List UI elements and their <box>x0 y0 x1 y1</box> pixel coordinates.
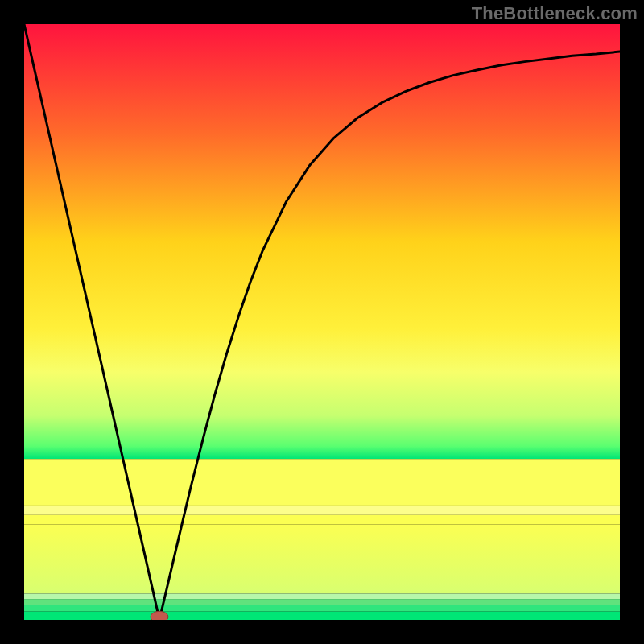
bottleneck-curve <box>24 24 620 620</box>
plot-area <box>24 24 620 620</box>
chart-frame: TheBottleneck.com <box>0 0 644 644</box>
curve-layer <box>24 24 620 620</box>
watermark-label: TheBottleneck.com <box>472 3 638 24</box>
minimum-marker <box>151 611 168 620</box>
